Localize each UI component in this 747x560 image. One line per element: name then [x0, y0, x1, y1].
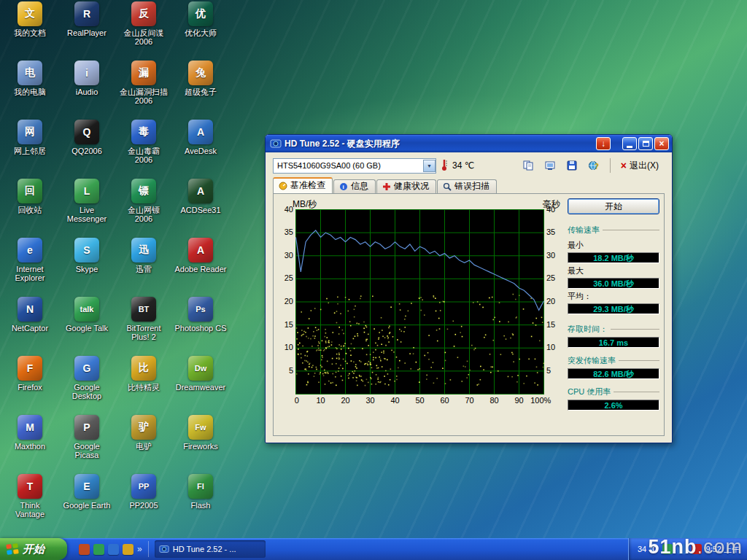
quick-launch-icon-4[interactable] — [123, 544, 133, 555]
results-panel: 开始 传输速率 最小 18.2 MB/秒 最大 36.0 MB/秒 平均： 29… — [568, 198, 659, 431]
desktop-icon[interactable]: FwFireworks — [173, 415, 228, 474]
copy-image-icon[interactable] — [541, 158, 559, 174]
benchmark-panel: MB/秒 毫秒 403530252015105 403530252015105 … — [273, 193, 665, 436]
axis-tick-label: 5 — [546, 366, 551, 375]
desktop-icon[interactable]: 回回收站 — [2, 179, 58, 238]
tab-info-label: 信息 — [351, 180, 368, 192]
magnifier-icon — [443, 182, 452, 191]
desktop-icon-label: NetCaptor — [12, 324, 48, 332]
desktop-icon[interactable]: FlFlash — [173, 474, 228, 533]
desktop-icon-image: Fw — [188, 415, 213, 440]
desktop-icon-label: Google Earth — [63, 501, 111, 510]
desktop-icon-label: 我的文档 — [14, 28, 46, 37]
desktop-icon[interactable]: 优优化大师 — [173, 1, 228, 61]
desktop-icon[interactable]: GGoogle Desktop — [59, 356, 115, 415]
desktop-icon[interactable]: 网网上邻居 — [2, 120, 58, 179]
exit-button[interactable]: × 退出(X) — [618, 158, 665, 174]
close-button[interactable]: × — [654, 137, 669, 150]
desktop-icon[interactable]: 迅迅雷 — [116, 238, 171, 297]
desktop-icon-image: BT — [131, 297, 156, 322]
desktop-icon[interactable]: 镖金山网镖 2006 — [116, 179, 171, 238]
save-icon[interactable] — [563, 158, 581, 174]
desktop-icon[interactable]: LLive Messenger — [59, 179, 115, 238]
desktop-icon[interactable]: AAveDesk — [173, 120, 228, 179]
axis-tick-label: 25 — [285, 273, 293, 282]
desktop-icon[interactable]: 毒金山毒霸 2006 — [116, 120, 171, 179]
desktop-icon[interactable]: SSkype — [59, 238, 115, 297]
desktop-icon-image: e — [18, 238, 42, 262]
desktop-icon[interactable]: 漏金山漏洞扫描 2006 — [116, 61, 171, 120]
drive-select[interactable]: HTS541060G9SA00 (60 GB) ▼ — [273, 158, 436, 174]
desktop-icon-image: 比 — [131, 356, 156, 381]
desktop-icon-label: Dreamweaver — [176, 383, 225, 392]
desktop-icon[interactable]: BTBitTorrent Plus! 2 — [116, 297, 171, 356]
desktop-icon-label: Internet Explorer — [15, 265, 45, 282]
desktop-icon[interactable]: 电我的电脑 — [2, 61, 58, 120]
desktop-icon-image: Fl — [188, 474, 213, 499]
desktop-icon-label: 我的电脑 — [14, 88, 46, 96]
tab-error-scan[interactable]: 错误扫描 — [437, 179, 497, 193]
desktop-icon[interactable]: RRealPlayer — [59, 1, 115, 61]
desktop-icon[interactable]: iiAudio — [59, 61, 115, 120]
info-icon: i — [339, 182, 348, 191]
minimize-to-tray-button[interactable]: ↓ — [596, 137, 611, 150]
axis-tick-label: 70 — [465, 396, 473, 405]
desktop-icon[interactable]: 反金山反间谍 2006 — [116, 1, 171, 61]
desktop-icon[interactable]: AAdobe Reader — [173, 238, 228, 297]
desktop-icon-label: RealPlayer — [67, 28, 107, 37]
titlebar[interactable]: HD Tune 2.52 - 硬盘实用程序 ↓ × — [266, 135, 672, 152]
axis-tick-label: 15 — [285, 320, 293, 329]
desktop-icon-image: G — [74, 356, 99, 381]
desktop-icon[interactable]: PPPP2005 — [116, 474, 171, 533]
taskbar-task-label: HD Tune 2.52 - ... — [173, 545, 236, 553]
start-button[interactable]: 开始 — [0, 538, 67, 560]
desktop-icon-image: i — [74, 61, 99, 85]
tab-benchmark[interactable]: 基准检查 — [273, 177, 333, 193]
y-axis-left-unit: MB/秒 — [293, 198, 317, 209]
desktop-icon[interactable]: PsPhotoshop CS — [173, 297, 228, 356]
tab-info[interactable]: i 信息 — [333, 179, 376, 193]
desktop-icon[interactable]: QQQ2006 — [59, 120, 115, 179]
quick-launch-icon-1[interactable] — [79, 544, 90, 555]
desktop-icon-image: 文 — [18, 1, 42, 26]
desktop-icon-label: 超级兔子 — [185, 88, 217, 96]
taskbar-separator — [148, 541, 149, 557]
desktop-icon-image: 反 — [131, 1, 156, 26]
axis-tick-label: 90 — [514, 396, 523, 405]
desktop-icon[interactable]: FFirefox — [2, 356, 58, 415]
axis-tick-label: 30 — [285, 251, 293, 260]
desktop-icon[interactable]: TThink Vantage — [2, 474, 58, 533]
desktop-icon[interactable]: 驴电驴 — [116, 415, 171, 474]
quick-launch-chevron-icon[interactable]: » — [137, 544, 142, 554]
maximize-button[interactable] — [638, 137, 653, 150]
burst-rate-label: 突发传输速率 — [568, 355, 616, 366]
axis-tick-label: 10 — [546, 343, 555, 351]
desktop-icon[interactable]: 兔超级兔子 — [173, 61, 228, 120]
tab-health[interactable]: 健康状况 — [376, 179, 436, 193]
desktop-icon[interactable]: MMaxthon — [2, 415, 58, 474]
quick-launch-icon-2[interactable] — [93, 544, 104, 555]
desktop-icon[interactable]: eInternet Explorer — [2, 238, 58, 297]
start-button-label: 开始 — [23, 542, 44, 556]
web-help-icon[interactable]: ? — [585, 158, 603, 174]
desktop-icon[interactable]: talkGoogle Talk — [59, 297, 115, 356]
dropdown-arrow-icon[interactable]: ▼ — [423, 160, 436, 172]
desktop-icon[interactable]: 比比特精灵 — [116, 356, 171, 415]
minimize-button[interactable] — [622, 137, 637, 150]
taskbar-task-hdtune[interactable]: HD Tune 2.52 - ... — [155, 540, 266, 558]
desktop-icon-image: R — [74, 1, 99, 26]
exit-x-icon: × — [621, 161, 627, 170]
desktop-icon[interactable]: 文我的文档 — [2, 1, 58, 61]
access-time-value: 16.7 ms — [568, 337, 659, 348]
quick-launch-icon-3[interactable] — [108, 544, 119, 555]
desktop-icon[interactable]: PGoogle Picasa — [59, 415, 115, 474]
axis-tick-label: 15 — [546, 320, 555, 329]
hdtune-window: HD Tune 2.52 - 硬盘实用程序 ↓ × HTS541060G9SA0… — [265, 134, 673, 443]
copy-text-icon[interactable] — [519, 158, 537, 174]
start-benchmark-button[interactable]: 开始 — [568, 198, 659, 214]
desktop-icon[interactable]: DwDreamweaver — [173, 356, 228, 415]
desktop-icon[interactable]: EGoogle Earth — [59, 474, 115, 533]
desktop-icon[interactable]: NNetCaptor — [2, 297, 58, 356]
desktop-icon-image: 迅 — [131, 238, 156, 262]
desktop-icon[interactable]: AACDSee31 — [173, 179, 228, 238]
